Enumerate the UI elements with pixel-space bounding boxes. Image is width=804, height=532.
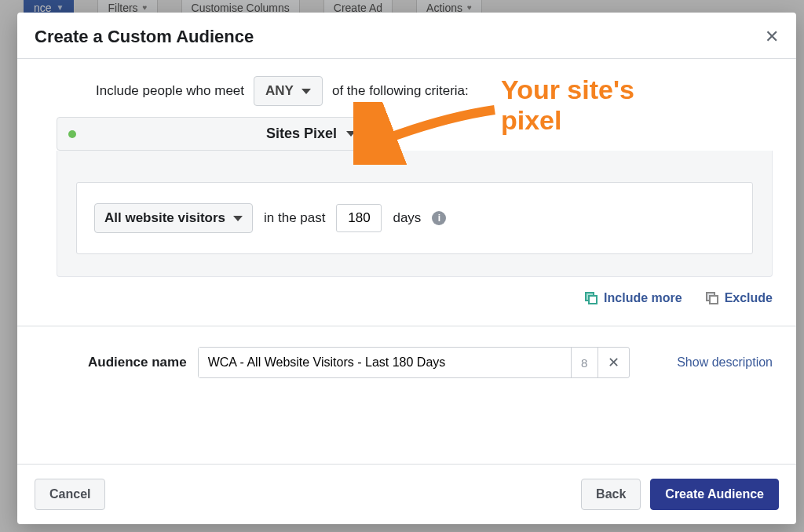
- audience-name-row: Audience name 8 ✕ Show description: [17, 326, 796, 399]
- audience-name-chars-remaining: 8: [571, 348, 598, 377]
- modal-header: Create a Custom Audience ✕: [17, 13, 796, 59]
- criteria-panel: All website visitors in the past days i: [57, 151, 773, 277]
- days-word: days: [393, 210, 421, 226]
- rule-box: All website visitors in the past days i: [76, 182, 753, 254]
- create-audience-button[interactable]: Create Audience: [650, 479, 779, 510]
- exclude-link[interactable]: Exclude: [706, 291, 773, 305]
- back-button[interactable]: Back: [581, 479, 641, 510]
- caret-down-icon: [346, 131, 356, 137]
- include-icon: [585, 292, 598, 304]
- match-any-dropdown[interactable]: ANY: [254, 76, 323, 106]
- criteria-block: Sites Pixel All website visitors in the …: [47, 117, 773, 277]
- clear-name-icon[interactable]: ✕: [598, 348, 629, 377]
- include-exclude-row: Include more Exclude: [17, 277, 796, 312]
- criteria-prefix: Include people who meet: [96, 83, 244, 99]
- days-input[interactable]: [336, 204, 382, 232]
- modal-body: Include people who meet ANY of the follo…: [17, 59, 796, 464]
- audience-name-label: Audience name: [88, 355, 187, 370]
- caret-down-icon: [233, 216, 243, 221]
- visitor-rule-row: All website visitors in the past days i: [94, 203, 735, 233]
- audience-name-input-wrap: 8 ✕: [198, 347, 630, 378]
- caret-down-icon: [302, 89, 311, 94]
- modal-title: Create a Custom Audience: [35, 27, 254, 47]
- criteria-suffix: of the following criteria:: [332, 83, 469, 99]
- pixel-status-dot-icon: [68, 130, 76, 138]
- info-icon[interactable]: i: [432, 211, 446, 225]
- audience-name-input[interactable]: [199, 348, 571, 377]
- modal-footer: Cancel Back Create Audience: [17, 464, 796, 524]
- pixel-selector[interactable]: Sites Pixel: [57, 117, 372, 151]
- close-icon[interactable]: ✕: [765, 28, 779, 46]
- include-more-link[interactable]: Include more: [585, 291, 682, 305]
- pixel-label: Sites Pixel: [87, 126, 360, 142]
- show-description-link[interactable]: Show description: [677, 355, 773, 370]
- create-audience-modal: Create a Custom Audience ✕ Include peopl…: [17, 13, 796, 524]
- in-past-label: in the past: [264, 210, 325, 226]
- cancel-button[interactable]: Cancel: [35, 479, 105, 510]
- criteria-sentence: Include people who meet ANY of the follo…: [17, 59, 796, 117]
- visitor-type-dropdown[interactable]: All website visitors: [94, 203, 253, 233]
- match-any-label: ANY: [265, 83, 294, 99]
- exclude-icon: [706, 292, 718, 304]
